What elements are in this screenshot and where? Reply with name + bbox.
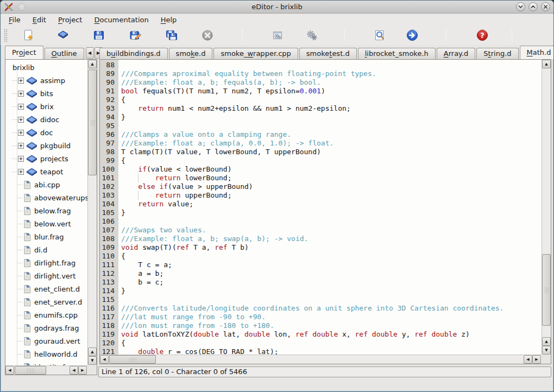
tree-file-dirlight-vert[interactable]: dirlight.vert	[5, 269, 87, 282]
tree-file-di-d[interactable]: di.d	[5, 243, 87, 256]
code-line: 117///lat must range from -90 to +90.	[100, 313, 542, 321]
editor-tab-librocket-smoke-h[interactable]: librocket_smoke.h	[358, 48, 436, 59]
find-button[interactable]	[373, 28, 387, 42]
sidebar-tab-project[interactable]: Project	[5, 46, 43, 59]
scroll-left-button[interactable]: ◀	[5, 366, 14, 375]
sidebar-vertical-scrollbar[interactable]: ▲ ▲ ▼	[87, 60, 97, 365]
tree-file-abovewaterups[interactable]: abovewaterups	[5, 191, 87, 204]
maximize-button[interactable]	[528, 2, 538, 11]
tree-file-gouraud-vert[interactable]: gouraud.vert	[5, 334, 87, 347]
editor-tab-buildbindings-d[interactable]: buildbindings.d	[99, 48, 168, 59]
line-number: 109	[100, 243, 118, 252]
tab-scroll-left-button[interactable]: ◀	[86, 47, 94, 59]
expand-icon[interactable]	[18, 91, 24, 97]
menu-project[interactable]: Project	[52, 14, 89, 26]
code-line: 90///Example: float a, b; fequals(a, b);…	[100, 78, 542, 87]
tree-folder-bits[interactable]: bits	[5, 87, 87, 100]
close-button[interactable]	[541, 2, 550, 11]
save-all-button[interactable]	[165, 28, 179, 42]
sidebar-horizontal-scrollbar[interactable]: ◀ ◀ ▶	[5, 365, 87, 375]
open-book-button[interactable]	[56, 28, 70, 42]
tree-folder-projects[interactable]: projects	[5, 152, 87, 165]
code-editor[interactable]: 8889///Compares aproximal equality betwe…	[100, 61, 542, 355]
expand-icon[interactable]	[18, 169, 24, 175]
scroll-left-button[interactable]: ◀	[524, 355, 532, 364]
scroll-down-button[interactable]: ▼	[88, 356, 97, 365]
titlebar[interactable]: eDitor - brixlib	[1, 1, 553, 14]
toolbar-drag-handle[interactable]	[4, 29, 8, 42]
build-window-button[interactable]	[270, 28, 285, 42]
expand-icon[interactable]	[18, 117, 24, 123]
tree-file-enumifs-cpp[interactable]: enumifs.cpp	[5, 308, 87, 321]
save-button[interactable]	[92, 28, 106, 42]
menu-help[interactable]: Help	[155, 14, 183, 26]
tree-folder-doc[interactable]: doc	[5, 126, 87, 139]
menu-file[interactable]: File	[3, 14, 27, 26]
scroll-right-button[interactable]: ▶	[78, 366, 87, 375]
scroll-up-button[interactable]: ▲	[88, 347, 97, 356]
file-icon	[23, 350, 32, 359]
tree-file-enet-server-d[interactable]: enet_server.d	[5, 295, 87, 308]
scroll-down-button[interactable]: ▼	[542, 346, 551, 355]
expand-icon[interactable]	[18, 78, 24, 84]
editor-horizontal-scrollbar[interactable]: ◀ ◀ ▶	[100, 355, 542, 364]
tree-file-below-frag[interactable]: below.frag	[5, 204, 87, 217]
code-text: ///Example: float a, b; swap(a, b); -> v…	[118, 235, 308, 243]
menu-edit[interactable]: Edit	[27, 14, 52, 26]
editor-hscroll-thumb[interactable]	[109, 355, 156, 364]
expand-icon[interactable]	[18, 143, 24, 149]
tree-file-godrays-frag[interactable]: godrays.frag	[5, 321, 87, 334]
expand-icon[interactable]	[18, 104, 24, 110]
code-text: void latLonToXYZ(double lat, double lon,…	[118, 330, 470, 339]
tree-file-abi-cpp[interactable]: abi.cpp	[5, 178, 87, 191]
editor-tab-smoke-wrapper-cpp[interactable]: smoke_wrapper.cpp	[213, 48, 298, 59]
editor-vscroll-thumb[interactable]	[542, 254, 551, 326]
menu-documentation[interactable]: Documentation	[88, 14, 154, 26]
scroll-up-button[interactable]: ▲	[542, 60, 551, 68]
save-as-button[interactable]	[128, 28, 142, 42]
svg-text:?: ?	[480, 31, 484, 40]
scroll-left-button[interactable]: ◀	[70, 366, 78, 375]
go-next-button[interactable]	[405, 28, 419, 42]
project-tree[interactable]: brixlibassimpbitsbrixdidocdocpkgbuildpro…	[5, 60, 87, 365]
tree-folder-assimp[interactable]: assimp	[5, 74, 87, 87]
close-document-button[interactable]	[200, 28, 215, 42]
sidebar-tab-outline[interactable]: Outline	[45, 48, 84, 59]
editor-vertical-scrollbar[interactable]: ▲ ▲ ▼	[542, 60, 551, 355]
code-text: return value;	[118, 200, 193, 208]
scroll-right-button[interactable]: ▶	[532, 355, 541, 364]
expand-icon[interactable]	[18, 156, 24, 162]
expand-icon[interactable]	[18, 130, 24, 136]
sidebar-hscroll-thumb[interactable]	[15, 366, 46, 375]
folder-icon	[26, 115, 37, 124]
new-document-button[interactable]	[21, 28, 35, 42]
minimize-button[interactable]	[516, 2, 525, 11]
gears-button[interactable]	[305, 28, 319, 42]
editor-tab-string-d[interactable]: String.d	[476, 48, 518, 59]
editor-tab-array-d[interactable]: Array.d	[437, 48, 476, 59]
tree-folder-teapot[interactable]: teapot	[5, 165, 87, 178]
tree-folder-brix[interactable]: brix	[5, 100, 87, 113]
editor-tab-smoke-d[interactable]: smoke.d	[169, 48, 213, 59]
tree-file-below-vert[interactable]: below.vert	[5, 217, 87, 230]
code-line: 91bool fequals(T)(T num1, T num2, T epsi…	[100, 87, 542, 96]
line-number: 110	[100, 252, 118, 261]
tree-file-dirlight-frag[interactable]: dirlight.frag	[5, 256, 87, 269]
tree-file-blur-frag[interactable]: blur.frag	[5, 230, 87, 243]
editor-tabbar: buildbindings.dsmoke.dsmoke_wrapper.cpps…	[99, 45, 551, 59]
tree-folder-didoc[interactable]: didoc	[5, 113, 87, 126]
tree-folder-pkgbuild[interactable]: pkgbuild	[5, 139, 87, 152]
tree-file-identity-frag[interactable]: identity.frag	[5, 361, 87, 365]
tree-root-item[interactable]: brixlib	[5, 61, 87, 74]
scroll-up-button[interactable]: ▲	[88, 60, 97, 68]
editor-tab-math-d[interactable]: Math.d	[520, 46, 554, 59]
tree-file-enet-client-d[interactable]: enet_client.d	[5, 282, 87, 295]
sidebar-vscroll-thumb[interactable]	[88, 69, 97, 175]
help-button[interactable]: ?	[475, 28, 489, 42]
editor-tab-smoketest-d[interactable]: smoketest.d	[299, 48, 357, 59]
scroll-up-button[interactable]: ▲	[542, 337, 551, 346]
scroll-left-button[interactable]: ◀	[100, 355, 109, 364]
tree-file-helloworld-d[interactable]: helloworld.d	[5, 347, 87, 361]
find-icon	[373, 29, 386, 42]
save-all-icon	[165, 29, 178, 42]
